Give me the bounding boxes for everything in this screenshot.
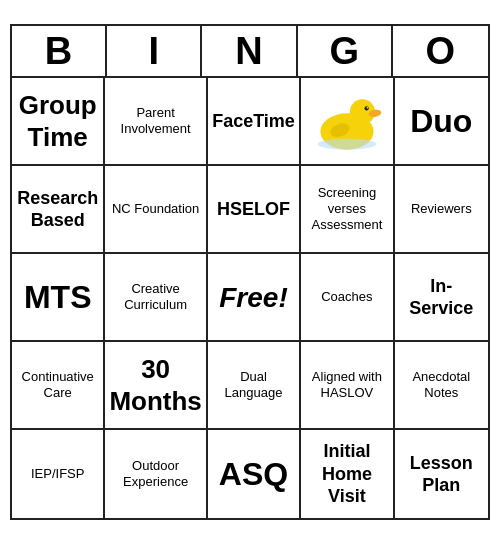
bingo-cell-r2c2: NC Foundation <box>105 166 207 254</box>
bingo-cell-r1c5: Duo <box>395 78 488 166</box>
cell-text: Group Time <box>16 89 99 154</box>
bingo-cell-r5c4: Initial Home Visit <box>301 430 394 518</box>
cell-text: ASQ <box>219 454 288 494</box>
cell-text: Parent Involvement <box>109 105 201 138</box>
cell-text: Initial Home Visit <box>305 440 388 508</box>
bingo-card: BINGO Group TimeParent InvolvementFaceTi… <box>10 24 490 520</box>
bingo-cell-r5c2: Outdoor Experience <box>105 430 207 518</box>
header-letter: O <box>393 26 488 76</box>
cell-text: Reviewers <box>411 201 472 217</box>
bingo-grid: Group TimeParent InvolvementFaceTime <box>12 78 488 518</box>
bingo-cell-r1c2: Parent Involvement <box>105 78 207 166</box>
bingo-cell-r2c5: Reviewers <box>395 166 488 254</box>
bingo-cell-r3c2: Creative Curriculum <box>105 254 207 342</box>
cell-text: FaceTime <box>212 110 295 133</box>
svg-point-6 <box>317 139 376 150</box>
header-letter: N <box>202 26 297 76</box>
cell-text: IEP/IFSP <box>31 466 84 482</box>
bingo-cell-r5c3: ASQ <box>208 430 301 518</box>
cell-text: HSELOF <box>217 198 290 221</box>
header-letter: G <box>298 26 393 76</box>
bingo-cell-r4c1: Continuative Care <box>12 342 105 430</box>
bingo-cell-r3c5: In-Service <box>395 254 488 342</box>
header-letter: B <box>12 26 107 76</box>
bingo-cell-r5c5: Lesson Plan <box>395 430 488 518</box>
cell-text: Creative Curriculum <box>109 281 201 314</box>
cell-text: Continuative Care <box>16 369 99 402</box>
bingo-cell-r5c1: IEP/IFSP <box>12 430 105 518</box>
cell-text: 30 Months <box>109 353 201 418</box>
bingo-cell-r4c3: Dual Language <box>208 342 301 430</box>
svg-point-2 <box>364 106 368 110</box>
bingo-cell-r3c3: Free! <box>208 254 301 342</box>
cell-text: Anecdotal Notes <box>399 369 484 402</box>
cell-text: NC Foundation <box>112 201 199 217</box>
bingo-cell-r3c1: MTS <box>12 254 105 342</box>
bingo-cell-r2c1: Research Based <box>12 166 105 254</box>
bingo-cell-r2c3: HSELOF <box>208 166 301 254</box>
cell-text: Outdoor Experience <box>109 458 201 491</box>
free-cell-text: Free! <box>219 280 287 315</box>
bingo-cell-r2c4: Screening verses Assessment <box>301 166 394 254</box>
cell-text: Coaches <box>321 289 372 305</box>
cell-text: Dual Language <box>212 369 295 402</box>
bingo-cell-r4c2: 30 Months <box>105 342 207 430</box>
bingo-cell-r3c4: Coaches <box>301 254 394 342</box>
bingo-cell-r1c4 <box>301 78 394 166</box>
cell-text: Duo <box>410 101 472 141</box>
bingo-cell-r4c5: Anecdotal Notes <box>395 342 488 430</box>
cell-text: Research Based <box>16 187 99 232</box>
cell-text: MTS <box>24 277 92 317</box>
bingo-cell-r1c1: Group Time <box>12 78 105 166</box>
cell-text: In-Service <box>399 275 484 320</box>
bingo-cell-r1c3: FaceTime <box>208 78 301 166</box>
cell-text: Aligned with HASLOV <box>305 369 388 402</box>
svg-point-3 <box>366 107 367 108</box>
duck-icon <box>312 86 382 156</box>
bingo-header: BINGO <box>12 26 488 78</box>
bingo-cell-r4c4: Aligned with HASLOV <box>301 342 394 430</box>
cell-text: Screening verses Assessment <box>305 185 388 234</box>
header-letter: I <box>107 26 202 76</box>
cell-text: Lesson Plan <box>399 452 484 497</box>
